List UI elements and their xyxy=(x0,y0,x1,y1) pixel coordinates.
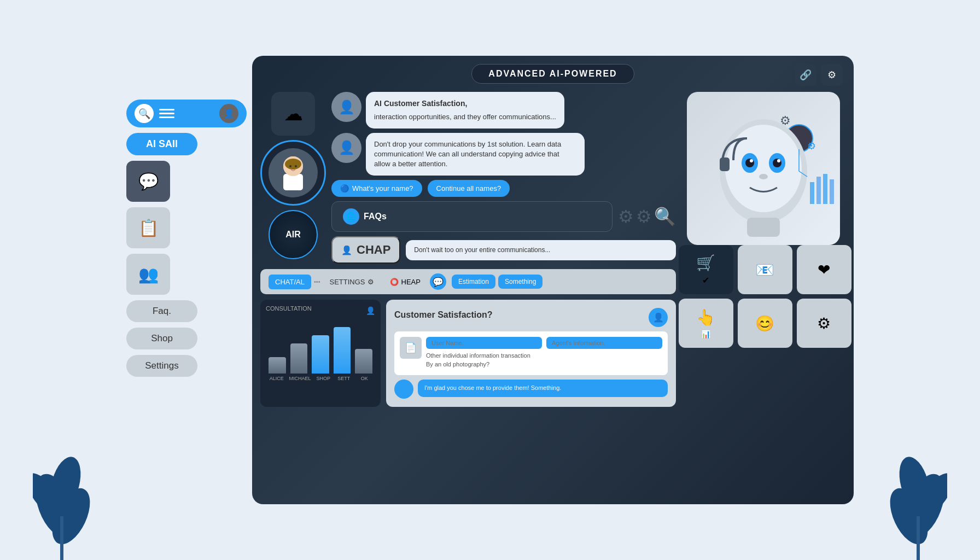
quick-buttons: 🔵 What's your name? Continue all names? xyxy=(331,180,676,197)
pointer-button[interactable]: 👆 📊 xyxy=(679,299,733,348)
label-4: SETT xyxy=(336,376,352,381)
faq-button[interactable]: Faq. xyxy=(126,300,197,322)
chart-labels: ALICE MICHAEL SHOP SETT OK xyxy=(266,376,375,381)
form-text-2: By an old photography? xyxy=(426,361,662,368)
satisfaction-header: Customer Satisfaction? 👤 xyxy=(394,308,668,327)
shop-button[interactable]: Shop xyxy=(126,328,197,349)
label-3: SHOP xyxy=(316,376,332,381)
chat-user-avatar-1: 👤 xyxy=(331,92,361,122)
sidebar-top-bar: 🔍 👤 xyxy=(126,100,247,127)
chart-title: CONSULTATION xyxy=(266,305,312,312)
svg-rect-33 xyxy=(816,177,821,204)
cart-icon: 🛒 xyxy=(696,254,715,272)
header-icons: 🔗 ⚙ xyxy=(795,64,843,86)
nav-action-buttons: Estimation Something xyxy=(452,275,542,289)
quick-btn-1[interactable]: 🔵 What's your name? xyxy=(331,180,422,197)
bar-3 xyxy=(312,335,329,374)
bottom-panels: CONSULTATION 👤 ALICE MICHAEL xyxy=(260,300,676,407)
label-2: MICHAEL xyxy=(289,376,311,381)
bottom-nav: CHAT/AL ••• SETTINGS ⚙ ⭕ HEAP 💬 Estimati… xyxy=(260,269,676,294)
left-sidebar: 🔍 👤 AI SAIl 💬 📋 👥 Faq. Shop Settings xyxy=(126,56,247,377)
action-buttons: 🛒 ✔ 📧 ❤ 👆 📊 xyxy=(679,245,851,348)
svg-rect-29 xyxy=(747,218,780,237)
cloud-icon: ☁ xyxy=(271,92,315,136)
share-icon-button[interactable]: 🔗 xyxy=(795,64,816,86)
bar-4 xyxy=(334,327,351,374)
satisfaction-avatar: 👤 xyxy=(649,308,668,327)
estimation-button[interactable]: Estimation xyxy=(452,275,495,289)
something-button[interactable]: Something xyxy=(498,275,542,289)
faq-row: 🌐 FAQs ⚙ ⚙ 🔍 xyxy=(331,201,676,232)
user-icon-button[interactable]: 👥 xyxy=(126,254,170,295)
main-wrapper: 🔍 👤 AI SAIl 💬 📋 👥 Faq. Shop Settings ADV… xyxy=(126,56,854,504)
heart-button[interactable]: ❤ xyxy=(797,245,851,294)
svg-rect-28 xyxy=(720,158,730,171)
robot-section: ⚙ ⚙ xyxy=(681,92,845,496)
svg-point-23 xyxy=(745,159,754,167)
chat-icon-button[interactable]: 💬 xyxy=(126,161,170,202)
svg-point-24 xyxy=(773,159,781,167)
nav-settings[interactable]: SETTINGS ⚙ xyxy=(323,275,381,289)
label-5: OK xyxy=(357,376,373,381)
chat-bubble-2: Don't drop your communications by 1st so… xyxy=(366,133,585,176)
msg-bubble: I'm glad you chose me to provide them! S… xyxy=(418,380,668,396)
gear-icon-1: ⚙ xyxy=(618,206,634,227)
svg-point-14 xyxy=(289,165,291,167)
chart-panel: CONSULTATION 👤 ALICE MICHAEL xyxy=(260,300,381,407)
user-avatar[interactable]: 👤 xyxy=(219,104,238,123)
cart-button[interactable]: 🛒 ✔ xyxy=(679,245,733,294)
svg-rect-32 xyxy=(810,182,814,204)
satisfaction-title: Customer Satisfaction? xyxy=(394,310,493,320)
search-icon[interactable]: 🔍 xyxy=(135,104,154,123)
svg-point-20 xyxy=(725,125,802,212)
header-title: ADVANCED AI-POWERED xyxy=(471,64,634,84)
satisfaction-panel: Customer Satisfaction? 👤 📄 Other individ xyxy=(386,300,676,407)
action-btn-row-2: 👆 📊 😊 ⚙ xyxy=(679,299,851,348)
label-1: ALICE xyxy=(269,376,285,381)
satisfaction-form: 📄 Other individual information transacti… xyxy=(394,331,668,375)
list-icon-button[interactable]: 📋 xyxy=(126,207,170,248)
content-area: ☁ xyxy=(260,92,845,496)
quick-btn-2[interactable]: Continue all names? xyxy=(428,180,510,197)
svg-rect-4 xyxy=(60,516,63,560)
plant-left xyxy=(33,396,98,560)
panel-header: ADVANCED AI-POWERED 🔗 ⚙ xyxy=(260,64,845,84)
answer-input[interactable] xyxy=(546,337,662,349)
name-input[interactable] xyxy=(426,337,542,349)
robot-head: ⚙ ⚙ xyxy=(687,92,840,245)
settings-icon-button[interactable]: ⚙ xyxy=(821,64,843,86)
svg-point-27 xyxy=(759,174,768,179)
gear-button[interactable]: ⚙ xyxy=(797,299,851,348)
check-icon: ✔ xyxy=(702,275,709,285)
bar-2 xyxy=(290,343,308,374)
mail-button[interactable]: 📧 xyxy=(738,245,792,294)
pointer-icon: 👆 xyxy=(696,308,715,326)
action-btn-row-1: 🛒 ✔ 📧 ❤ xyxy=(679,245,851,294)
svg-point-25 xyxy=(750,159,753,162)
ai-sail-button[interactable]: AI SAIl xyxy=(126,133,197,155)
chat-user-avatar-2: 👤 xyxy=(331,133,361,163)
chat-bubble-1: AI Customer Satisfaction, interaction op… xyxy=(366,92,564,129)
air-button[interactable]: AIR xyxy=(269,210,318,259)
smile-icon: 😊 xyxy=(755,314,774,332)
settings-button[interactable]: Settings xyxy=(126,355,197,377)
nav-chat[interactable]: CHAT/AL xyxy=(269,275,311,289)
satisfaction-message: I'm glad you chose me to provide them! S… xyxy=(394,380,668,399)
mail-icon: 📧 xyxy=(755,261,774,279)
svg-rect-11 xyxy=(283,174,303,190)
form-text-1: Other individual information transaction xyxy=(426,352,662,359)
svg-rect-34 xyxy=(823,174,827,204)
chat-circle-btn[interactable]: 💬 xyxy=(430,273,446,290)
chat-column: 👤 AI Customer Satisfaction, interaction … xyxy=(331,92,676,264)
menu-icon[interactable] xyxy=(159,109,174,118)
smile-button[interactable]: 😊 xyxy=(738,299,792,348)
heap-badge: ⭕ HEAP xyxy=(383,275,427,289)
gear-decoration: ⚙ ⚙ 🔍 xyxy=(618,206,676,227)
bar-1 xyxy=(269,357,286,374)
svg-point-15 xyxy=(295,165,297,167)
chap-row: 👤 CHAP Don't wait too on your entire com… xyxy=(331,236,676,264)
form-fields: Other individual information transaction… xyxy=(426,337,662,370)
chap-button[interactable]: 👤 CHAP xyxy=(331,236,400,264)
chap-bubble: Don't wait too on your entire communicat… xyxy=(406,240,676,260)
faq-button-main[interactable]: 🌐 FAQs xyxy=(331,201,612,232)
